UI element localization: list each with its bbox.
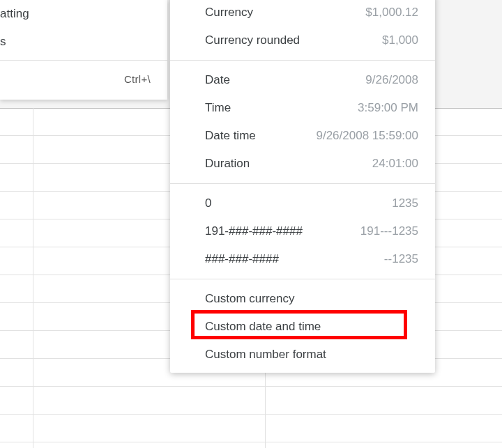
format-option-duration[interactable]: Duration 24:01:00 bbox=[170, 150, 435, 178]
format-option-currency-rounded[interactable]: Currency rounded $1,000 bbox=[170, 26, 435, 54]
format-option-example: --1235 bbox=[384, 252, 418, 266]
format-option-label: Date bbox=[205, 73, 230, 87]
format-option-example: 9/26/2008 bbox=[365, 73, 418, 87]
menu-separator bbox=[0, 60, 167, 61]
menu-item-label: s bbox=[0, 35, 151, 49]
format-option-example: 9/26/2008 15:59:00 bbox=[316, 129, 418, 143]
menu-item-shortcut: Ctrl+\ bbox=[124, 73, 151, 85]
format-option-custom-date-time[interactable]: Custom date and time bbox=[170, 313, 435, 341]
format-option-date-time[interactable]: Date time 9/26/2008 15:59:00 bbox=[170, 122, 435, 150]
format-option-pattern-2[interactable]: ###-###-#### --1235 bbox=[170, 245, 435, 273]
format-option-pattern-1[interactable]: 191-###-###-#### 191---1235 bbox=[170, 217, 435, 245]
flyout-separator bbox=[170, 183, 435, 184]
format-option-example: 3:59:00 PM bbox=[358, 101, 418, 115]
format-option-date[interactable]: Date 9/26/2008 bbox=[170, 66, 435, 94]
number-format-flyout: Currency $1,000.12 Currency rounded $1,0… bbox=[170, 0, 435, 373]
menu-item-clear-formatting[interactable]: Ctrl+\ bbox=[0, 65, 167, 93]
format-option-label: Custom number format bbox=[205, 348, 326, 362]
format-option-label: Time bbox=[205, 101, 231, 115]
menu-item-formatting[interactable]: atting bbox=[0, 0, 167, 28]
format-option-example: 191---1235 bbox=[360, 224, 418, 238]
format-option-example: $1,000 bbox=[382, 33, 418, 47]
format-option-label: Currency rounded bbox=[205, 33, 300, 47]
format-menu-fragment: atting s Ctrl+\ bbox=[0, 0, 167, 100]
format-option-label: Custom date and time bbox=[205, 320, 321, 334]
flyout-separator bbox=[170, 60, 435, 61]
format-option-label: Custom currency bbox=[205, 292, 294, 306]
format-option-example: 1235 bbox=[392, 196, 418, 210]
format-option-label: 0 bbox=[205, 196, 211, 210]
format-option-time[interactable]: Time 3:59:00 PM bbox=[170, 94, 435, 122]
format-option-custom-currency[interactable]: Custom currency bbox=[170, 285, 435, 313]
format-option-label: Currency bbox=[205, 6, 253, 20]
menu-item-s[interactable]: s bbox=[0, 28, 167, 56]
format-option-currency[interactable]: Currency $1,000.12 bbox=[170, 0, 435, 26]
format-option-label: Duration bbox=[205, 157, 250, 171]
format-option-label: 191-###-###-#### bbox=[205, 224, 303, 238]
format-option-pattern-0[interactable]: 0 1235 bbox=[170, 190, 435, 217]
format-option-example: $1,000.12 bbox=[365, 6, 418, 20]
format-option-label: Date time bbox=[205, 129, 256, 143]
format-option-label: ###-###-#### bbox=[205, 252, 279, 266]
format-option-example: 24:01:00 bbox=[372, 157, 418, 171]
menu-item-label: atting bbox=[0, 7, 151, 21]
format-option-custom-number-format[interactable]: Custom number format bbox=[170, 341, 435, 369]
flyout-separator bbox=[170, 279, 435, 279]
